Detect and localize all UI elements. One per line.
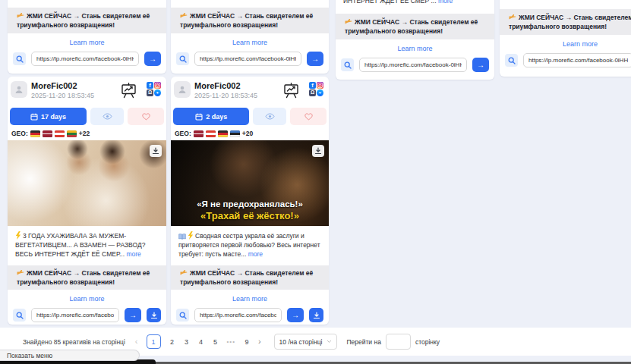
favorite-button[interactable] [128,108,164,125]
geo-label: GEO: [11,130,28,137]
next-page-button[interactable]: › [258,337,261,346]
creative-card-partial-4: ЖМИ СЕЙЧАС → Стань свидетелем её триумфа… [500,0,631,77]
page-4[interactable]: 4 [198,338,204,346]
ad-headline-bar: ЖМИ СЕЙЧАС → Стань свидетелем её триумфа… [336,14,494,39]
download-creative-button[interactable] [147,308,161,322]
advertiser-name: MoreFic002 [194,81,257,90]
ad-headline-bar: ЖМИ СЕЙЧАС → Стань свидетелем её триумфа… [171,8,329,33]
download-icon [152,147,159,155]
arrow-right-icon: → [477,61,484,69]
page-2[interactable]: 2 [169,338,175,346]
search-url-button[interactable] [13,309,26,322]
search-url-button[interactable] [176,52,189,65]
search-url-button[interactable] [505,54,518,67]
creative-timestamp: 2025-11-20 18:53:45 [31,92,94,99]
image-caption: «Я не предохранялась!» «Трахай её жёстко… [171,198,329,222]
landing-url-input[interactable] [31,52,139,66]
creative-image[interactable]: «Я не предохранялась!» «Трахай её жёстко… [171,140,329,226]
calendar-icon [195,113,203,121]
ad-headline-bar: ЖМИ СЕЙЧАС → Стань свидетелем её триумфа… [500,9,631,35]
arrow-right-icon: → [292,312,299,319]
results-count: Знайдено 85 креативів на сторінці [23,338,125,346]
platform-icons: f Ω [309,82,323,96]
learn-more-link[interactable]: Learn more [336,45,494,52]
ad-headline-text: ЖМИ СЕЙЧАС → Стань свидетелем её триумфа… [17,12,150,29]
more-link[interactable]: more [126,250,140,258]
landing-url-input[interactable] [194,52,301,66]
advertiser-name: MoreFic002 [31,81,94,90]
learn-more-link[interactable]: Learn more [171,39,329,46]
ad-headline-text: ЖМИ СЕЙЧАС → Стань свидетелем её триумфа… [180,269,313,286]
landing-url-input[interactable] [31,308,119,322]
creative-image[interactable] [8,140,166,226]
eye-icon [103,113,112,120]
open-url-button[interactable]: → [472,58,489,72]
download-creative-button[interactable] [309,308,323,322]
more-link[interactable]: more [438,0,453,5]
open-url-button[interactable]: → [307,52,323,66]
messenger-icon [154,89,161,96]
page-9[interactable]: 9 [244,338,250,346]
pointing-hand-icon [180,12,188,19]
flag-at-icon [55,130,65,137]
media-type-icon [121,83,137,102]
arrow-right-icon: → [129,312,137,319]
eye-icon [265,113,275,120]
geo-row: GEO: +22 [11,130,162,137]
geo-more-count: +20 [242,130,253,137]
search-url-button[interactable] [341,58,354,71]
download-image-button[interactable] [312,145,324,157]
open-url-button[interactable]: → [287,308,304,322]
landing-url-input[interactable] [359,58,467,72]
learn-more-link[interactable]: Learn more [171,295,329,303]
open-url-button[interactable]: → [144,52,161,66]
learn-more-link[interactable]: Learn more [500,40,631,48]
goto-page-input[interactable] [386,334,411,350]
page-1-active[interactable]: 1 [147,334,161,349]
pointing-hand-icon [17,12,24,19]
ad-headline-text: ЖМИ СЕЙЧАС → Стань свидетелем её триумфа… [509,14,631,30]
search-icon [344,61,352,69]
advertiser-row: MoreFic002 2025-11-20 18:53:45 f Ω [171,77,329,102]
landing-url-input[interactable] [194,308,282,322]
days-active-button[interactable]: 17 days [10,108,87,125]
download-image-button[interactable] [150,145,162,157]
creative-card-2: MoreFic002 2025-11-20 18:53:45 f Ω 2 day… [171,77,329,325]
ad-headline-bar: ЖМИ СЕЙЧАС → Стань свидетелем её триумфа… [8,8,166,33]
creative-card-1: MoreFic002 2025-11-20 18:53:45 f Ω 17 da… [8,77,166,325]
days-active-button[interactable]: 2 days [173,108,249,125]
pointing-hand-icon [509,14,516,20]
search-url-button[interactable] [13,52,26,65]
show-menu-button[interactable]: Показать меню [0,350,140,361]
audience-network-icon: Ω [309,89,316,96]
search-icon [508,57,516,64]
geo-label: GEO: [175,130,191,137]
page-ellipsis[interactable]: ••• [227,338,235,345]
page-3[interactable]: 3 [184,338,190,346]
prev-page-button[interactable]: ‹ [135,337,138,346]
download-icon [313,312,320,319]
calendar-icon [30,113,38,121]
ad-body-text: Сводная сестра украла её заслуги и притв… [171,226,329,259]
facebook-icon: f [147,82,153,89]
learn-more-link[interactable]: Learn more [8,295,166,303]
lightning-icon [15,231,21,240]
advertiser-row: MoreFic002 2025-11-20 18:53:45 f Ω [8,77,166,102]
heart-icon [142,113,150,121]
page-size-select[interactable]: 10 /на сторінці [274,334,338,350]
preview-button[interactable] [253,108,286,125]
facebook-icon: f [309,82,316,89]
open-url-button[interactable]: → [125,308,141,322]
landing-url-input[interactable] [523,53,631,67]
more-link[interactable]: more [248,250,263,258]
pointing-hand-icon [345,18,352,25]
search-icon [16,312,24,319]
ad-headline-text: ЖМИ СЕЙЧАС → Стань свидетелем её триумфа… [345,18,478,35]
messenger-icon [317,89,323,96]
favorite-button[interactable] [290,108,327,125]
media-type-icon [283,83,299,102]
page-5[interactable]: 5 [213,338,219,346]
preview-button[interactable] [90,108,124,125]
learn-more-link[interactable]: Learn more [8,39,166,46]
search-url-button[interactable] [176,309,189,322]
